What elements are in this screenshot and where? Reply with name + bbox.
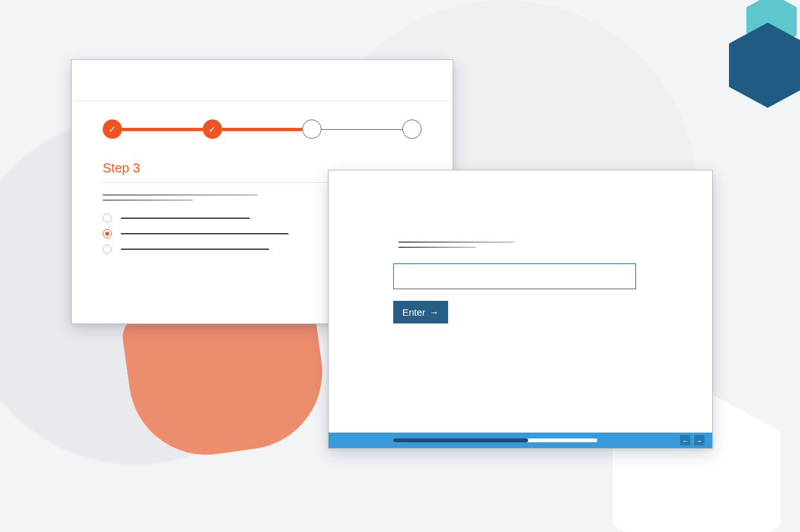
question-placeholder-line xyxy=(398,247,476,248)
prev-button[interactable]: ← xyxy=(680,435,690,445)
step-3-node xyxy=(302,119,322,139)
step-connector xyxy=(322,129,402,130)
progress-fill xyxy=(393,438,528,442)
arrow-right-icon: → xyxy=(696,437,703,444)
arrow-right-icon: → xyxy=(429,307,439,318)
question-placeholder-line xyxy=(398,241,515,243)
answer-input[interactable] xyxy=(393,263,636,289)
option-label-placeholder xyxy=(121,218,250,219)
option-label-placeholder xyxy=(121,233,289,234)
step-connector xyxy=(122,128,203,131)
step-progress-indicator: ✓ ✓ xyxy=(72,101,453,139)
check-icon: ✓ xyxy=(108,125,116,134)
text-placeholder-line xyxy=(103,194,258,196)
step-connector xyxy=(222,128,303,131)
radio-icon[interactable] xyxy=(103,245,112,254)
form-window: Enter → ← → xyxy=(328,170,713,449)
step-2-done-icon: ✓ xyxy=(203,119,222,139)
enter-button-label: Enter xyxy=(402,307,426,318)
radio-icon[interactable] xyxy=(103,229,112,238)
form-progress-bar: ← → xyxy=(329,433,712,448)
radio-icon[interactable] xyxy=(103,214,112,223)
arrow-left-icon: ← xyxy=(682,437,688,444)
step-1-done-icon: ✓ xyxy=(103,119,122,139)
hexagon-icon xyxy=(729,23,800,108)
text-placeholder-line xyxy=(103,200,193,201)
check-icon: ✓ xyxy=(209,125,216,134)
step-4-node xyxy=(402,119,422,139)
svg-marker-1 xyxy=(729,23,800,108)
progress-track xyxy=(393,438,597,442)
enter-button[interactable]: Enter → xyxy=(393,301,448,323)
window-header-area xyxy=(74,76,450,101)
option-label-placeholder xyxy=(121,249,269,250)
next-button[interactable]: → xyxy=(694,435,704,445)
